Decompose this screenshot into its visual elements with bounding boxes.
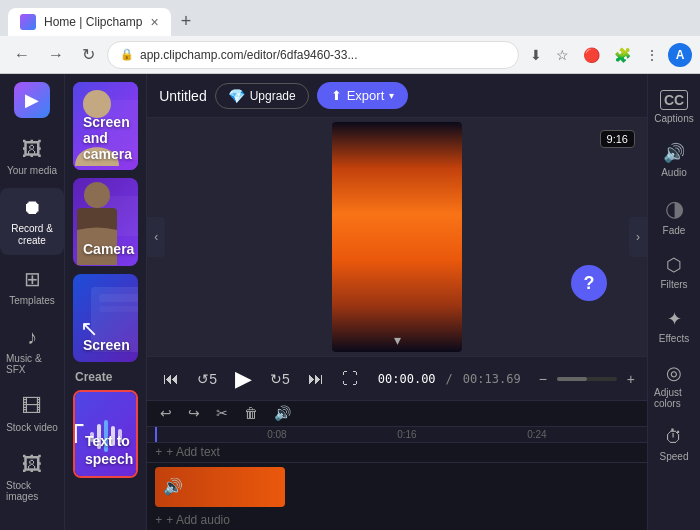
sidebar-item-record-create[interactable]: ⏺ Record &create <box>0 188 64 255</box>
panel-collapse-right[interactable]: › <box>629 217 647 257</box>
panel-collapse-left[interactable]: ‹ <box>147 217 165 257</box>
lock-icon: 🔒 <box>120 48 134 61</box>
camera-card[interactable]: Camera <box>73 178 138 266</box>
filters-label: Filters <box>660 279 687 290</box>
play-pause-button[interactable]: ▶ <box>231 362 256 396</box>
rewind-icon: ↺5 <box>197 371 217 387</box>
zoom-in-button[interactable]: + <box>627 371 635 387</box>
adjust-colors-icon: ◎ <box>666 362 682 384</box>
upgrade-label: Upgrade <box>250 89 296 103</box>
url-input[interactable]: 🔒 app.clipchamp.com/editor/6dfa9460-33..… <box>107 41 519 69</box>
address-bar: ← → ↻ 🔒 app.clipchamp.com/editor/6dfa946… <box>0 36 700 74</box>
rp-effects[interactable]: ✦ Effects <box>648 300 700 352</box>
help-button[interactable]: ? <box>571 265 607 301</box>
expand-button[interactable]: ⛶ <box>338 366 362 392</box>
adjust-colors-label: Adjust colors <box>654 387 694 409</box>
stock-video-icon: 🎞 <box>22 395 42 418</box>
undo-button[interactable]: ↩ <box>155 402 177 424</box>
cut-button[interactable]: ✂ <box>211 402 233 424</box>
effects-label: Effects <box>659 333 689 344</box>
zoom-slider[interactable] <box>557 377 617 381</box>
canvas-area: ‹ 9:16 ? ▾ › <box>147 118 647 356</box>
rp-captions[interactable]: CC Captions <box>648 82 700 132</box>
browser-toolbar: ⬇ ☆ 🔴 🧩 ⋮ A <box>525 43 692 67</box>
refresh-button[interactable]: ↻ <box>76 41 101 68</box>
redo-button[interactable]: ↪ <box>183 402 205 424</box>
app-container: ▶ 🖼 Your media ⏺ Record &create ⊞ Templa… <box>0 74 700 530</box>
filters-icon: ⬡ <box>666 254 682 276</box>
puzzle-icon[interactable]: 🧩 <box>609 43 636 67</box>
menu-icon[interactable]: ⋮ <box>640 43 664 67</box>
svg-point-1 <box>84 182 110 208</box>
sidebar-item-music-sfx[interactable]: ♪ Music & SFX <box>0 318 64 383</box>
sidebar-item-stock-video[interactable]: 🎞 Stock video <box>0 387 64 441</box>
project-title: Untitled <box>159 88 206 104</box>
new-tab-button[interactable]: + <box>171 7 202 36</box>
panel-collapse-down[interactable]: ▾ <box>394 332 401 348</box>
chevron-down-icon: ▾ <box>394 332 401 348</box>
expand-icon: ⛶ <box>342 370 358 387</box>
tab-close-button[interactable]: × <box>150 14 158 30</box>
stock-images-icon: 🖼 <box>22 453 42 476</box>
chevron-left-icon: ‹ <box>154 230 158 244</box>
forward-button[interactable]: → <box>42 42 70 68</box>
zoom-out-button[interactable]: − <box>539 371 547 387</box>
audio-icon: 🔊 <box>663 142 685 164</box>
screen-card[interactable]: ↖ Screen <box>73 274 138 362</box>
bookmark-icon[interactable]: ☆ <box>551 43 574 67</box>
media-panel: Screen and camera Camera <box>65 74 147 530</box>
sidebar-item-label-record-create: Record &create <box>11 223 53 247</box>
add-text-icon: + <box>155 445 162 459</box>
text-to-speech-card[interactable]: T Text to speech <box>73 390 138 478</box>
add-text-row[interactable]: + + Add text <box>147 443 647 463</box>
back-button[interactable]: ← <box>8 42 36 68</box>
timeline-ruler: 0:08 0:16 0:24 <box>147 427 647 443</box>
skip-end-icon: ⏭ <box>308 370 324 387</box>
skip-to-end-button[interactable]: ⏭ <box>304 366 328 392</box>
aspect-ratio-badge: 9:16 <box>600 130 635 148</box>
rp-adjust-colors[interactable]: ◎ Adjust colors <box>648 354 700 417</box>
sidebar-item-label-stock-video: Stock video <box>6 422 58 433</box>
templates-icon: ⊞ <box>24 267 41 291</box>
effects-icon: ✦ <box>667 308 682 330</box>
video-clip-icon: 🔊 <box>163 477 183 496</box>
add-audio-row[interactable]: + + Add audio <box>147 511 647 530</box>
rewind-button[interactable]: ↺5 <box>193 366 221 392</box>
add-audio-label: + Add audio <box>166 513 230 527</box>
sidebar-item-label-templates: Templates <box>9 295 55 306</box>
sidebar-item-label-music: Music & SFX <box>6 353 58 375</box>
playback-bar: ⏮ ↺5 ▶ ↻5 ⏭ ⛶ 00:00.00 / 00:13.69 − <box>147 356 647 400</box>
playhead[interactable] <box>155 427 157 442</box>
sidebar-item-templates[interactable]: ⊞ Templates <box>0 259 64 314</box>
rp-filters[interactable]: ⬡ Filters <box>648 246 700 298</box>
extension-icon[interactable]: 🔴 <box>578 43 605 67</box>
active-tab[interactable]: Home | Clipchamp × <box>8 8 171 36</box>
screen-and-camera-label: Screen and camera <box>83 114 132 162</box>
export-button[interactable]: ⬆ Export ▾ <box>317 82 409 109</box>
rp-speed[interactable]: ⏱ Speed <box>648 419 700 470</box>
editor-main: Untitled 💎 Upgrade ⬆ Export ▾ ‹ 9:16 ? <box>147 74 647 530</box>
create-section-label: Create <box>75 370 138 384</box>
screen-and-camera-card[interactable]: Screen and camera <box>73 82 138 170</box>
user-avatar[interactable]: A <box>668 43 692 67</box>
fast-forward-button[interactable]: ↻5 <box>266 366 294 392</box>
play-icon: ▶ <box>235 366 252 391</box>
delete-button[interactable]: 🗑 <box>239 402 263 424</box>
export-upload-icon: ⬆ <box>331 88 342 103</box>
rp-fade[interactable]: ◑ Fade <box>648 188 700 244</box>
chevron-right-icon: › <box>636 230 640 244</box>
ruler-mark-1: 0:08 <box>267 429 286 440</box>
sidebar-item-stock-images[interactable]: 🖼 Stock images <box>0 445 64 510</box>
ruler-mark-2: 0:16 <box>397 429 416 440</box>
upgrade-button[interactable]: 💎 Upgrade <box>215 83 309 109</box>
skip-to-start-button[interactable]: ⏮ <box>159 366 183 392</box>
video-clip[interactable]: 🔊 <box>155 467 285 507</box>
rp-audio[interactable]: 🔊 Audio <box>648 134 700 186</box>
app-logo[interactable]: ▶ <box>14 82 50 118</box>
add-text-label: + Add text <box>166 445 220 459</box>
download-icon[interactable]: ⬇ <box>525 43 547 67</box>
audio-mute-button[interactable]: 🔊 <box>269 402 296 424</box>
sidebar-item-your-media[interactable]: 🖼 Your media <box>0 130 64 184</box>
ruler-mark-3: 0:24 <box>527 429 546 440</box>
total-time: 00:13.69 <box>463 372 521 386</box>
